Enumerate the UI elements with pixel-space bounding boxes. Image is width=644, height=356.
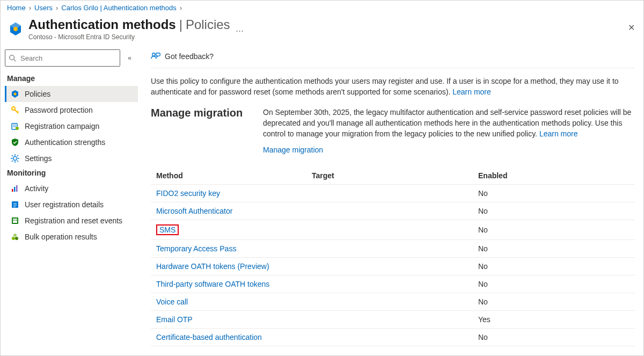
sidebar-item-label: Activity [25, 184, 48, 193]
policies-icon [11, 90, 19, 98]
cell-enabled: No [473, 185, 635, 202]
method-link[interactable]: Third-party software OATH tokens [156, 280, 269, 288]
sidebar-item-label: Bulk operation results [25, 233, 97, 241]
method-link[interactable]: Hardware OATH tokens (Preview) [156, 262, 269, 271]
svg-rect-38 [156, 53, 160, 56]
cell-target [306, 311, 473, 329]
cell-target [306, 185, 473, 202]
cell-target [306, 275, 473, 293]
key-icon [11, 106, 19, 114]
search-input[interactable] [19, 54, 116, 63]
svg-point-3 [10, 55, 14, 60]
sidebar-item-bulk-results[interactable]: Bulk operation results [5, 229, 138, 245]
breadcrumb-current[interactable]: Carlos Grilo | Authentication methods [61, 4, 176, 12]
table-row[interactable]: Email OTPYes [151, 311, 635, 329]
method-link[interactable]: Voice call [156, 297, 188, 306]
method-link[interactable]: Email OTP [156, 315, 193, 324]
sidebar-item-label: User registration details [25, 200, 104, 209]
cell-enabled: No [473, 329, 635, 346]
svg-line-20 [17, 161, 18, 162]
resource-icon [8, 21, 23, 37]
policy-description: Use this policy to configure the authent… [151, 76, 635, 97]
cell-target [306, 258, 473, 275]
sidebar-item-label: Registration campaign [25, 122, 99, 130]
svg-line-19 [12, 155, 13, 156]
bulk-icon [11, 233, 19, 241]
breadcrumb: Home › Users › Carlos Grilo | Authentica… [1, 1, 643, 15]
table-row[interactable]: SMSNo [151, 220, 635, 240]
shield-icon [11, 138, 19, 147]
svg-point-14 [13, 157, 17, 161]
sidebar-item-auth-strengths[interactable]: Authentication strengths [5, 134, 138, 150]
migration-heading: Manage migration [151, 107, 250, 155]
cell-enabled: No [473, 240, 635, 258]
search-icon [9, 54, 16, 62]
table-row[interactable]: Microsoft AuthenticatorNo [151, 202, 635, 220]
sidebar-item-user-registration[interactable]: User registration details [5, 197, 138, 213]
cell-target [306, 240, 473, 258]
sidebar-item-registration-campaign[interactable]: Registration campaign [5, 118, 138, 134]
main-content: Got feedback? Use this policy to configu… [138, 46, 643, 355]
feedback-bar[interactable]: Got feedback? [151, 48, 635, 68]
chart-icon [11, 184, 19, 193]
table-row[interactable]: Third-party software OATH tokensNo [151, 275, 635, 293]
table-row[interactable]: Certificate-based authenticationNo [151, 329, 635, 346]
feedback-icon [151, 52, 160, 61]
table-row[interactable]: Temporary Access PassNo [151, 240, 635, 258]
details-icon [11, 200, 19, 209]
cell-enabled: No [473, 275, 635, 293]
cell-target [306, 202, 473, 220]
cell-enabled: No [473, 293, 635, 311]
manage-migration-link[interactable]: Manage migration [263, 146, 323, 154]
svg-rect-23 [12, 189, 13, 192]
sidebar-item-activity[interactable]: Activity [5, 180, 138, 197]
collapse-sidebar-icon[interactable]: « [125, 54, 135, 62]
svg-line-4 [14, 60, 16, 62]
column-header-enabled[interactable]: Enabled [473, 167, 635, 185]
method-link[interactable]: SMS [156, 224, 179, 235]
page-title: Authentication methods | Policies [28, 17, 230, 32]
svg-rect-33 [16, 220, 17, 221]
migration-section: Manage migration On September 30th, 2025… [151, 107, 635, 155]
search-input-container[interactable] [5, 49, 120, 67]
breadcrumb-home[interactable]: Home [7, 4, 26, 12]
more-icon[interactable]: … [236, 24, 245, 34]
cell-enabled: No [473, 258, 635, 275]
method-link[interactable]: FIDO2 security key [156, 189, 220, 198]
method-link[interactable]: Microsoft Authenticator [156, 207, 232, 215]
sidebar-group-label: Monitoring [5, 166, 138, 180]
sidebar-item-label: Settings [25, 154, 52, 163]
table-row[interactable]: Voice callNo [151, 293, 635, 311]
cell-enabled: No [473, 220, 635, 240]
column-header-method[interactable]: Method [151, 167, 306, 185]
learn-more-link[interactable]: Learn more [452, 88, 491, 96]
sidebar-item-policies[interactable]: Policies [5, 86, 138, 102]
sidebar-item-label: Password protection [25, 106, 93, 114]
chevron-right-icon: › [56, 4, 58, 12]
cell-enabled: No [473, 202, 635, 220]
sidebar-item-settings[interactable]: Settings [5, 150, 138, 166]
svg-point-6 [14, 93, 17, 96]
close-icon[interactable]: ✕ [628, 23, 635, 33]
svg-rect-25 [16, 185, 18, 192]
method-link[interactable]: Temporary Access Pass [156, 244, 236, 253]
svg-rect-32 [13, 220, 14, 221]
sidebar-item-label: Policies [25, 90, 50, 98]
migration-learn-more-link[interactable]: Learn more [539, 129, 578, 138]
svg-point-37 [152, 53, 155, 56]
cell-target [306, 220, 473, 240]
events-icon [11, 216, 19, 225]
svg-line-21 [17, 155, 18, 156]
method-link[interactable]: Certificate-based authentication [156, 333, 262, 342]
table-row[interactable]: Hardware OATH tokens (Preview)No [151, 258, 635, 275]
table-row[interactable]: FIDO2 security keyNo [151, 185, 635, 202]
page-header: Authentication methods | Policies Contos… [1, 15, 643, 46]
breadcrumb-users[interactable]: Users [34, 4, 53, 12]
svg-point-36 [13, 234, 17, 237]
cell-target [306, 329, 473, 346]
chevron-right-icon: › [180, 4, 182, 12]
sidebar-group-label: Manage [5, 72, 138, 86]
sidebar-item-reg-reset-events[interactable]: Registration and reset events [5, 213, 138, 229]
column-header-target[interactable]: Target [306, 167, 473, 185]
sidebar-item-password-protection[interactable]: Password protection [5, 102, 138, 118]
